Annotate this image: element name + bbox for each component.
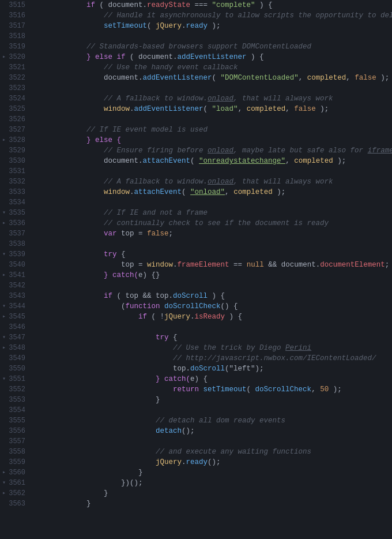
fold-icon [0,426,8,436]
token [35,145,104,156]
token: false [355,73,376,83]
code-line: // If IE and not a frame [35,208,392,218]
line-number: 3562 [8,488,30,499]
token: ) { [247,52,264,62]
gutter-row: 3546 [0,322,30,332]
token: top [121,260,134,270]
token [35,457,156,467]
fold-icon [0,384,8,395]
gutter-row: 3527 [0,125,30,135]
token: // Use the handy event callback [104,62,238,73]
token: "onload" [190,187,225,197]
token: , maybe late but safe also for [233,145,368,156]
code-line: // A fallback to window.onload, that wil… [35,93,392,104]
gutter-row: 3549 [0,353,30,364]
code-line: } else { [35,135,392,145]
fold-icon [0,83,8,93]
fold-icon[interactable]: ▸ [0,52,8,62]
token [35,332,156,343]
fold-icon[interactable]: ▾ [0,478,8,488]
token: addEventListener [178,52,247,62]
token [35,301,121,312]
token: (); [182,426,195,436]
token: completed [247,104,286,114]
token [35,135,86,145]
token: onload [208,177,233,187]
fold-icon [0,177,8,187]
token: detach [156,426,182,436]
token [35,488,104,499]
fold-icon[interactable]: ▾ [0,374,8,384]
fold-icon[interactable]: ▸ [0,218,8,229]
fold-icon[interactable]: ▸ [0,467,8,478]
token [35,125,86,135]
token: ( [247,384,255,395]
code-line: (function doScrollCheck() { [35,301,392,312]
gutter-row: ▸3536 [0,218,30,229]
token: ; [169,229,174,239]
fold-icon[interactable]: ▾ [0,301,8,312]
token: { [169,332,178,343]
token: . [182,21,186,31]
token: attachEvent [143,156,191,166]
fold-icon [0,156,8,166]
gutter-row: 3538 [0,239,30,249]
code-line [35,31,392,42]
fold-icon[interactable]: ▸ [0,343,8,353]
token: setTimeout [104,21,147,31]
gutter-row: 3557 [0,436,30,447]
fold-icon[interactable]: ▸ [0,135,8,145]
token: ( ! [147,312,164,322]
token [35,447,156,457]
fold-icon [0,31,8,42]
fold-icon[interactable]: ▸ [0,270,8,280]
token: . [182,457,186,467]
code-line [35,114,392,125]
token: jQuery [164,312,190,322]
fold-icon [0,145,8,156]
line-number: 3516 [8,10,30,21]
token: var [104,229,117,239]
gutter-row: 3525 [0,104,30,114]
fold-icon [0,416,8,426]
code-line: top.doScroll("left"); [35,364,392,374]
token: ); [329,384,342,395]
token: } catch( [104,270,138,280]
token: === [190,0,212,10]
token: // If IE event model is used [86,125,208,135]
gutter-row: ▾3535 [0,208,30,218]
gutter-row: ▸3560 [0,467,30,478]
gutter-row: 3532 [0,177,30,187]
fold-icon [0,104,8,114]
line-number: 3560 [8,467,30,478]
token: } [35,395,160,405]
fold-icon [0,187,8,197]
token: ); [376,73,390,83]
token: } catch( [156,374,190,384]
fold-icon[interactable]: ▸ [0,312,8,322]
gutter-row: 3540 [0,260,30,270]
line-number: 3553 [8,395,30,405]
token: // Handle it asynchronously to allow scr… [104,10,392,21]
token: isReady [195,312,225,322]
token: })(); [121,478,143,488]
token: ) { [195,374,208,384]
fold-icon[interactable]: ▾ [0,208,8,218]
token: document [104,73,138,83]
line-number: 3541 [8,270,30,280]
code-line: document.addEventListener( "DOMContentLo… [35,73,392,83]
code-line: jQuery.ready(); [35,457,392,467]
line-number: 3558 [8,447,30,457]
line-number: 3526 [8,114,30,125]
token: ( document. [126,52,178,62]
token: window [147,260,173,270]
token: , [285,104,294,114]
gutter-row: ▸3562 [0,488,30,499]
gutter-row: 3517 [0,21,30,31]
fold-icon[interactable]: ▾ [0,249,8,260]
fold-icon [0,125,8,135]
code-line: if ( !jQuery.isReady ) { [35,312,392,322]
line-number: 3561 [8,478,30,488]
fold-icon[interactable]: ▸ [0,488,8,499]
fold-icon[interactable]: ▾ [0,332,8,343]
